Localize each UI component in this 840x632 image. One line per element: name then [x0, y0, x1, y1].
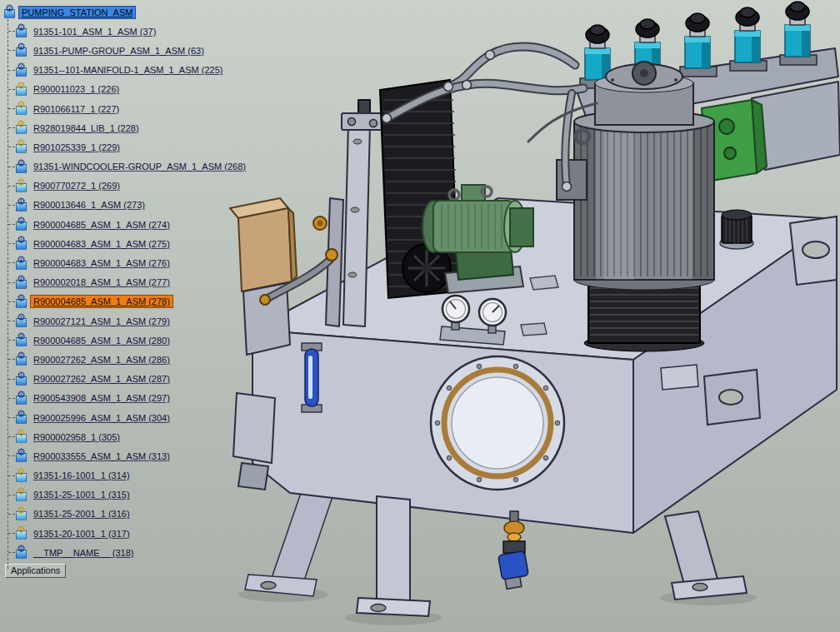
- part-icon[interactable]: [15, 180, 28, 192]
- product-icon[interactable]: [3, 6, 16, 18]
- tree-node-label: R901025339_1 (229): [31, 142, 122, 153]
- tree-node[interactable]: R900004685_ASM_1_ASM (280): [2, 331, 248, 350]
- part-icon[interactable]: [15, 489, 28, 501]
- tree-node[interactable]: R928019844_LIB_1 (228): [2, 118, 248, 137]
- part-icon[interactable]: [15, 102, 28, 115]
- tree-node-label: R900004685_ASM_1_ASM (274): [31, 219, 172, 231]
- part-icon[interactable]: [15, 141, 28, 153]
- tree-node[interactable]: 91351-16-1001_1 (314): [2, 466, 248, 485]
- tree-node-label: R900013646_1_ASM (273): [31, 199, 148, 211]
- tree-node[interactable]: R900004685_ASM_1_ASM (274): [2, 215, 248, 234]
- tree-node[interactable]: R901025339_1 (229): [2, 137, 248, 157]
- tree-node[interactable]: __TMP__NAME__ (318): [2, 543, 248, 562]
- tree-node-label: 91351--101-MANIFOLD-1_ASM_1_ASM (225): [31, 64, 225, 76]
- tree-node-label: __TMP__NAME__ (318): [31, 547, 136, 559]
- tree-node[interactable]: R900011023_1 (226): [2, 80, 248, 99]
- tree-node[interactable]: R900027121_ASM_1_ASM (279): [2, 311, 248, 331]
- tree-node[interactable]: R900027262_ASM_1_ASM (287): [2, 370, 248, 389]
- tree-node-label: R900027262_ASM_1_ASM (287): [31, 373, 172, 385]
- part-icon[interactable]: [15, 527, 28, 540]
- product-icon[interactable]: [15, 411, 28, 424]
- product-icon[interactable]: [15, 373, 28, 386]
- product-icon[interactable]: [15, 276, 28, 289]
- tree-node-label: 91351-25-1001_1 (315): [31, 489, 132, 500]
- applications-node[interactable]: Applications: [5, 564, 66, 578]
- product-icon[interactable]: [15, 392, 28, 405]
- tree-node[interactable]: R900025996_ASM_1_ASM (304): [2, 408, 248, 427]
- product-icon[interactable]: [15, 334, 28, 346]
- tree-node[interactable]: R900543908_ASM_1_ASM (297): [2, 389, 248, 408]
- product-icon[interactable]: [15, 450, 28, 462]
- tree-node-label: 91351-WINDCOOLER-GROUP_ASM_1_ASM (268): [31, 161, 248, 172]
- tree-node[interactable]: 91351-PUMP-GROUP_ASM_1_ASM (63): [2, 41, 248, 60]
- product-icon[interactable]: [15, 199, 28, 211]
- product-icon[interactable]: [15, 315, 28, 327]
- part-icon[interactable]: [15, 470, 28, 482]
- tree-node[interactable]: PUMPING_STATION_ASM: [2, 2, 248, 22]
- side-plate[interactable]: [661, 365, 698, 390]
- tree-node[interactable]: R900004683_ASM_1_ASM (275): [2, 234, 248, 253]
- tree-node-label: R900004685_ASM_1_ASM (280): [31, 335, 172, 346]
- tree-node-label: PUMPING_STATION_ASM: [19, 7, 135, 18]
- product-icon[interactable]: [15, 44, 28, 57]
- tree-node[interactable]: R900004683_ASM_1_ASM (276): [2, 253, 248, 272]
- product-icon[interactable]: [15, 161, 28, 173]
- lifting-lug-side[interactable]: [704, 370, 760, 425]
- product-icon[interactable]: [15, 296, 28, 308]
- tree-node-label: R900004683_ASM_1_ASM (275): [31, 238, 172, 250]
- tree-node-label: R900025996_ASM_1_ASM (304): [31, 412, 172, 424]
- product-icon[interactable]: [15, 546, 28, 559]
- tree-node-label: R901066117_1 (227): [31, 103, 122, 115]
- mounting-leg-front[interactable]: [357, 496, 430, 616]
- tree-node[interactable]: R900027262_ASM_1_ASM (286): [2, 350, 248, 369]
- product-icon[interactable]: [15, 218, 28, 231]
- tree-node-label: R900543908_ASM_1_ASM (297): [31, 392, 172, 404]
- tree-node[interactable]: 91351-20-1001_1 (317): [2, 524, 248, 543]
- breather-cap[interactable]: [720, 210, 753, 249]
- lifting-lug-top[interactable]: [790, 216, 837, 285]
- manhole-cover[interactable]: [431, 356, 564, 490]
- tree-node[interactable]: R900002018_ASM_1_ASM (277): [2, 273, 248, 292]
- product-icon[interactable]: [15, 237, 28, 250]
- product-icon[interactable]: [15, 353, 28, 366]
- drain-valve[interactable]: [498, 511, 529, 589]
- tree-node-label: R900002958_1 (305): [31, 431, 122, 443]
- tree-node[interactable]: R900013646_1_ASM (273): [2, 196, 248, 215]
- tree-node-label: R900004683_ASM_1_ASM (276): [31, 257, 172, 269]
- tree-node-label: 91351-PUMP-GROUP_ASM_1_ASM (63): [31, 45, 207, 57]
- part-icon[interactable]: [15, 430, 28, 443]
- tree-node-label: R900004685_ASM_1_ASM (278): [31, 296, 172, 307]
- tree-node[interactable]: R900033555_ASM_1_ASM (313): [2, 446, 248, 465]
- mounting-leg-right[interactable]: [665, 511, 747, 600]
- tree-node-label: R900027262_ASM_1_ASM (286): [31, 354, 172, 366]
- tree-node[interactable]: 91351-25-1001_1 (315): [2, 485, 248, 505]
- tree-items: PUMPING_STATION_ASM 91351-101_ASM_1_ASM …: [2, 2, 248, 562]
- part-icon[interactable]: [15, 83, 28, 96]
- tree-node[interactable]: R900004685_ASM_1_ASM (278): [2, 292, 248, 311]
- part-icon[interactable]: [15, 508, 28, 520]
- tree-node[interactable]: 91351--101-MANIFOLD-1_ASM_1_ASM (225): [2, 61, 248, 80]
- tree-node-label: 91351-20-1001_1 (317): [31, 528, 132, 540]
- tree-node-label: R900033555_ASM_1_ASM (313): [31, 450, 172, 462]
- product-icon[interactable]: [15, 257, 28, 270]
- tree-node-label: R900027121_ASM_1_ASM (279): [31, 316, 172, 327]
- tree-node[interactable]: R900770272_1 (269): [2, 177, 248, 196]
- tree-node[interactable]: 91351-WINDCOOLER-GROUP_ASM_1_ASM (268): [2, 157, 248, 177]
- tree-node-label: R900770272_1 (269): [31, 180, 122, 192]
- tree-node-label: 91351-25-2001_1 (316): [31, 508, 132, 520]
- tree-node[interactable]: R901066117_1 (227): [2, 99, 248, 118]
- product-icon[interactable]: [15, 64, 28, 77]
- tree-node-label: R900002018_ASM_1_ASM (277): [31, 276, 172, 288]
- tree-node[interactable]: 91351-25-2001_1 (316): [2, 505, 248, 524]
- tree-node-label: 91351-16-1001_1 (314): [31, 470, 132, 481]
- tree-node-label: R900011023_1 (226): [31, 83, 122, 95]
- tree-node-label: R928019844_LIB_1 (228): [31, 122, 142, 134]
- specification-tree: PUMPING_STATION_ASM 91351-101_ASM_1_ASM …: [2, 2, 248, 578]
- tree-node-label: 91351-101_ASM_1_ASM (37): [31, 26, 158, 37]
- part-icon[interactable]: [15, 122, 28, 134]
- tree-node[interactable]: R900002958_1 (305): [2, 427, 248, 446]
- product-icon[interactable]: [15, 25, 28, 37]
- tree-node[interactable]: 91351-101_ASM_1_ASM (37): [2, 22, 248, 41]
